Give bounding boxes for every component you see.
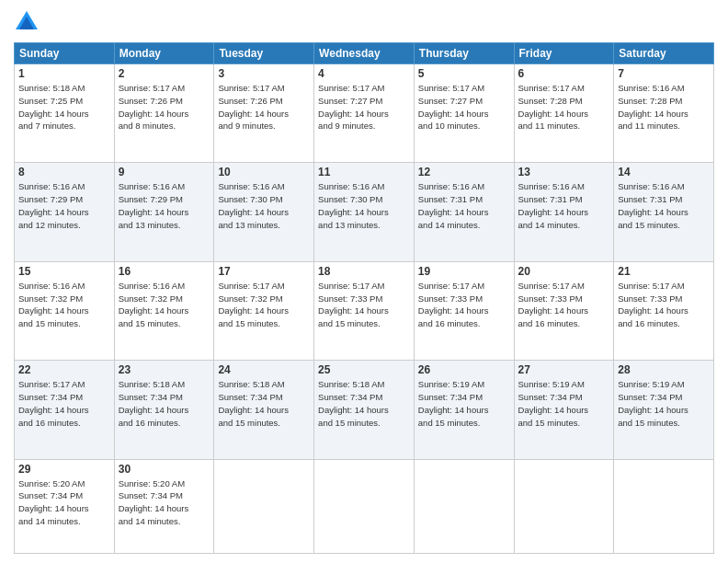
day-info: Sunrise: 5:19 AM Sunset: 7:34 PM Dayligh…: [518, 378, 610, 429]
calendar-header-tuesday: Tuesday: [214, 43, 314, 64]
calendar-week-row: 22Sunrise: 5:17 AM Sunset: 7:34 PM Dayli…: [15, 361, 714, 459]
calendar-cell: 12Sunrise: 5:16 AM Sunset: 7:31 PM Dayli…: [414, 163, 514, 261]
day-number: 28: [618, 363, 710, 376]
calendar-week-row: 8Sunrise: 5:16 AM Sunset: 7:29 PM Daylig…: [15, 163, 714, 261]
day-info: Sunrise: 5:17 AM Sunset: 7:33 PM Dayligh…: [318, 280, 410, 330]
day-info: Sunrise: 5:16 AM Sunset: 7:31 PM Dayligh…: [518, 180, 610, 231]
calendar-body: 1Sunrise: 5:18 AM Sunset: 7:25 PM Daylig…: [15, 64, 714, 554]
header: [14, 9, 714, 35]
calendar-cell: 28Sunrise: 5:19 AM Sunset: 7:34 PM Dayli…: [614, 361, 714, 459]
calendar-week-row: 15Sunrise: 5:16 AM Sunset: 7:32 PM Dayli…: [15, 261, 714, 360]
calendar-cell: 4Sunrise: 5:17 AM Sunset: 7:27 PM Daylig…: [314, 64, 415, 163]
day-number: 23: [119, 363, 210, 376]
day-number: 14: [618, 166, 710, 178]
day-number: 17: [218, 265, 310, 278]
day-number: 6: [518, 67, 610, 80]
day-info: Sunrise: 5:16 AM Sunset: 7:29 PM Dayligh…: [119, 180, 210, 231]
day-number: 5: [418, 67, 510, 80]
calendar-cell: 26Sunrise: 5:19 AM Sunset: 7:34 PM Dayli…: [414, 361, 514, 459]
calendar-cell: 29Sunrise: 5:20 AM Sunset: 7:34 PM Dayli…: [15, 459, 115, 553]
day-number: 30: [119, 463, 210, 476]
day-info: Sunrise: 5:17 AM Sunset: 7:27 PM Dayligh…: [318, 82, 410, 132]
calendar-cell: [514, 459, 614, 553]
calendar-cell: 10Sunrise: 5:16 AM Sunset: 7:30 PM Dayli…: [214, 163, 314, 261]
day-info: Sunrise: 5:20 AM Sunset: 7:34 PM Dayligh…: [119, 477, 210, 528]
calendar-header-sunday: Sunday: [15, 43, 115, 64]
calendar-cell: 15Sunrise: 5:16 AM Sunset: 7:32 PM Dayli…: [15, 261, 115, 360]
calendar-cell: 9Sunrise: 5:16 AM Sunset: 7:29 PM Daylig…: [114, 163, 214, 261]
calendar-cell: 18Sunrise: 5:17 AM Sunset: 7:33 PM Dayli…: [314, 261, 415, 360]
calendar-cell: 6Sunrise: 5:17 AM Sunset: 7:28 PM Daylig…: [514, 64, 614, 163]
day-number: 22: [18, 363, 110, 376]
day-info: Sunrise: 5:18 AM Sunset: 7:34 PM Dayligh…: [218, 378, 310, 429]
day-number: 20: [518, 265, 610, 278]
calendar-cell: 16Sunrise: 5:16 AM Sunset: 7:32 PM Dayli…: [114, 261, 214, 360]
day-info: Sunrise: 5:16 AM Sunset: 7:32 PM Dayligh…: [119, 280, 210, 330]
day-number: 11: [318, 166, 410, 178]
calendar-cell: [614, 459, 714, 553]
day-number: 19: [418, 265, 510, 278]
day-info: Sunrise: 5:18 AM Sunset: 7:25 PM Dayligh…: [18, 82, 110, 132]
calendar-header-saturday: Saturday: [614, 43, 714, 64]
day-info: Sunrise: 5:16 AM Sunset: 7:31 PM Dayligh…: [618, 180, 710, 231]
calendar-cell: 8Sunrise: 5:16 AM Sunset: 7:29 PM Daylig…: [15, 163, 115, 261]
calendar-cell: 2Sunrise: 5:17 AM Sunset: 7:26 PM Daylig…: [114, 64, 214, 163]
day-number: 27: [518, 363, 610, 376]
day-info: Sunrise: 5:17 AM Sunset: 7:33 PM Dayligh…: [418, 280, 510, 330]
day-number: 2: [119, 67, 210, 80]
day-info: Sunrise: 5:16 AM Sunset: 7:30 PM Dayligh…: [218, 180, 310, 231]
day-number: 21: [618, 265, 710, 278]
day-number: 13: [518, 166, 610, 178]
calendar-cell: 14Sunrise: 5:16 AM Sunset: 7:31 PM Dayli…: [614, 163, 714, 261]
day-number: 25: [318, 363, 410, 376]
calendar-cell: 21Sunrise: 5:17 AM Sunset: 7:33 PM Dayli…: [614, 261, 714, 360]
calendar-header-thursday: Thursday: [414, 43, 514, 64]
day-number: 4: [318, 67, 410, 80]
calendar-cell: [414, 459, 514, 553]
day-number: 16: [119, 265, 210, 278]
calendar-header-row: SundayMondayTuesdayWednesdayThursdayFrid…: [15, 43, 714, 64]
page: SundayMondayTuesdayWednesdayThursdayFrid…: [0, 0, 728, 563]
day-info: Sunrise: 5:16 AM Sunset: 7:30 PM Dayligh…: [318, 180, 410, 231]
day-info: Sunrise: 5:17 AM Sunset: 7:33 PM Dayligh…: [618, 280, 710, 330]
calendar-cell: 19Sunrise: 5:17 AM Sunset: 7:33 PM Dayli…: [414, 261, 514, 360]
day-info: Sunrise: 5:18 AM Sunset: 7:34 PM Dayligh…: [119, 378, 210, 429]
day-number: 3: [218, 67, 310, 80]
calendar: SundayMondayTuesdayWednesdayThursdayFrid…: [14, 42, 714, 554]
day-number: 24: [218, 363, 310, 376]
day-info: Sunrise: 5:17 AM Sunset: 7:34 PM Dayligh…: [18, 378, 110, 429]
day-info: Sunrise: 5:16 AM Sunset: 7:28 PM Dayligh…: [618, 82, 710, 132]
calendar-cell: [214, 459, 314, 553]
day-info: Sunrise: 5:16 AM Sunset: 7:32 PM Dayligh…: [18, 280, 110, 330]
day-info: Sunrise: 5:17 AM Sunset: 7:27 PM Dayligh…: [418, 82, 510, 132]
calendar-cell: 20Sunrise: 5:17 AM Sunset: 7:33 PM Dayli…: [514, 261, 614, 360]
calendar-cell: 7Sunrise: 5:16 AM Sunset: 7:28 PM Daylig…: [614, 64, 714, 163]
day-info: Sunrise: 5:16 AM Sunset: 7:29 PM Dayligh…: [18, 180, 110, 231]
day-number: 15: [18, 265, 110, 278]
calendar-cell: 24Sunrise: 5:18 AM Sunset: 7:34 PM Dayli…: [214, 361, 314, 459]
day-number: 26: [418, 363, 510, 376]
calendar-cell: 23Sunrise: 5:18 AM Sunset: 7:34 PM Dayli…: [114, 361, 214, 459]
calendar-cell: 22Sunrise: 5:17 AM Sunset: 7:34 PM Dayli…: [15, 361, 115, 459]
day-info: Sunrise: 5:18 AM Sunset: 7:34 PM Dayligh…: [318, 378, 410, 429]
calendar-header-friday: Friday: [514, 43, 614, 64]
day-info: Sunrise: 5:20 AM Sunset: 7:34 PM Dayligh…: [18, 477, 110, 528]
day-info: Sunrise: 5:17 AM Sunset: 7:26 PM Dayligh…: [119, 82, 210, 132]
day-info: Sunrise: 5:19 AM Sunset: 7:34 PM Dayligh…: [618, 378, 710, 429]
calendar-header-monday: Monday: [114, 43, 214, 64]
day-info: Sunrise: 5:17 AM Sunset: 7:33 PM Dayligh…: [518, 280, 610, 330]
calendar-cell: 11Sunrise: 5:16 AM Sunset: 7:30 PM Dayli…: [314, 163, 415, 261]
calendar-cell: 30Sunrise: 5:20 AM Sunset: 7:34 PM Dayli…: [114, 459, 214, 553]
calendar-week-row: 29Sunrise: 5:20 AM Sunset: 7:34 PM Dayli…: [15, 459, 714, 553]
day-info: Sunrise: 5:17 AM Sunset: 7:32 PM Dayligh…: [218, 280, 310, 330]
day-info: Sunrise: 5:19 AM Sunset: 7:34 PM Dayligh…: [418, 378, 510, 429]
day-number: 10: [218, 166, 310, 178]
calendar-cell: 3Sunrise: 5:17 AM Sunset: 7:26 PM Daylig…: [214, 64, 314, 163]
day-info: Sunrise: 5:17 AM Sunset: 7:26 PM Dayligh…: [218, 82, 310, 132]
day-number: 9: [119, 166, 210, 178]
calendar-cell: 13Sunrise: 5:16 AM Sunset: 7:31 PM Dayli…: [514, 163, 614, 261]
calendar-cell: 27Sunrise: 5:19 AM Sunset: 7:34 PM Dayli…: [514, 361, 614, 459]
calendar-cell: 1Sunrise: 5:18 AM Sunset: 7:25 PM Daylig…: [15, 64, 115, 163]
calendar-cell: [314, 459, 415, 553]
day-info: Sunrise: 5:17 AM Sunset: 7:28 PM Dayligh…: [518, 82, 610, 132]
